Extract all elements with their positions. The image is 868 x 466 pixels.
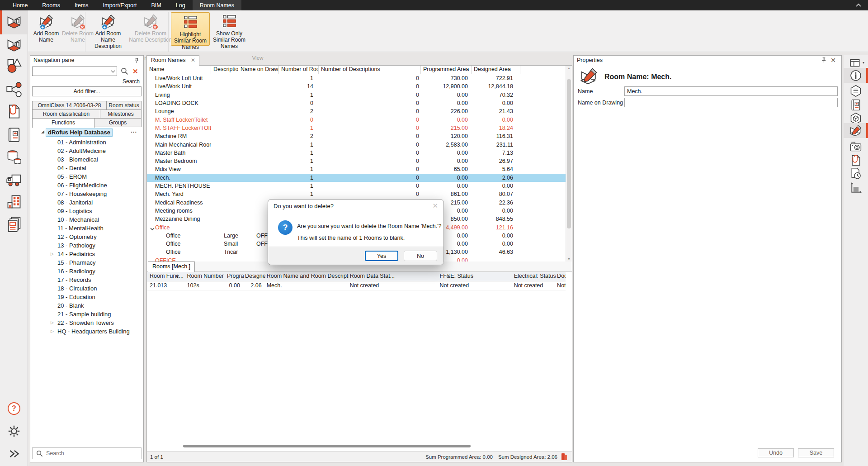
- room-name-row[interactable]: MECH. PENTHOUSE100.000.00: [147, 182, 566, 190]
- room-name-row[interactable]: M. Staff Locker/Toilet000.000.00: [147, 116, 566, 124]
- room-name-row[interactable]: LOADING DOCK000.000.00: [147, 99, 566, 107]
- hscrollbar-thumb[interactable]: [183, 445, 471, 447]
- tree-item[interactable]: 07 - Housekeeping: [30, 190, 143, 198]
- pin-icon[interactable]: [821, 57, 827, 63]
- help-icon[interactable]: ?: [8, 402, 20, 415]
- tree-item[interactable]: 06 - FlightMedicine: [30, 181, 143, 190]
- buildings-icon[interactable]: [6, 194, 22, 210]
- tree-item[interactable]: ▷14 - Pediatrics: [30, 250, 143, 258]
- show-only-similar-room-names-button[interactable]: Show Only Similar Room Names: [210, 12, 249, 55]
- tree-item[interactable]: 21 - Sample building: [30, 310, 143, 319]
- room-name-row[interactable]: Mech.100.002.06: [147, 174, 566, 182]
- col-description[interactable]: Description: [211, 66, 238, 74]
- collapse-ribbon-icon[interactable]: [855, 2, 862, 9]
- collapse-arrow-icon[interactable]: ◢: [41, 129, 44, 134]
- tree-item[interactable]: 12 - Optometry: [30, 233, 143, 241]
- expand-sidebar-icon[interactable]: [8, 447, 20, 460]
- no-button[interactable]: No: [404, 251, 437, 261]
- clear-search-icon[interactable]: ✕: [132, 67, 138, 76]
- rooms-col-header[interactable]: Electrical: Status: [513, 272, 556, 281]
- items-icon[interactable]: [6, 57, 22, 74]
- horizontal-scrollbar[interactable]: [147, 444, 566, 448]
- sort-descending-icon[interactable]: ▼: [176, 274, 179, 278]
- menu-bim[interactable]: BIM: [144, 0, 169, 10]
- chevron-down-icon[interactable]: ▾: [863, 61, 864, 65]
- highlight-similar-room-names-button[interactable]: Highlight Similar Room Names: [171, 12, 210, 46]
- tree-item[interactable]: 13 - Pathology: [30, 241, 143, 250]
- tree-item[interactable]: 05 - EROM: [30, 172, 143, 181]
- room-name-row[interactable]: Main Mechanical Room102,583.00231.11: [147, 140, 566, 148]
- tree-item[interactable]: 20 - Blank: [30, 301, 143, 310]
- room-name-row[interactable]: Mdis View1065.005.64: [147, 165, 566, 173]
- database-icon[interactable]: [6, 149, 22, 166]
- tree-item[interactable]: 08 - Janitorial: [30, 198, 143, 207]
- close-tab-icon[interactable]: ✕: [191, 57, 195, 63]
- rooms-col-header[interactable]: Room Number: [186, 272, 226, 281]
- room-name-row[interactable]: Master Bath100.007.13: [147, 149, 566, 157]
- tab-omniclass[interactable]: OmniClass 14 2006-03-28: [32, 101, 107, 110]
- rooms-col-header[interactable]: Progra...: [226, 272, 244, 281]
- tab-functions[interactable]: Functions: [32, 118, 94, 128]
- photo-icon[interactable]: [849, 140, 862, 153]
- menu-rooms[interactable]: Rooms: [35, 0, 67, 10]
- room-name-row[interactable]: Master Bedroom100.0026.97: [147, 157, 566, 165]
- pin-icon[interactable]: [134, 58, 140, 64]
- tree-item[interactable]: 16 - Radiology: [30, 267, 143, 276]
- tree-item[interactable]: ▷HQ - Headquarters Building: [30, 327, 143, 336]
- room-name-row[interactable]: Machine RM20120.00116.31: [147, 132, 566, 140]
- rooms-col-header[interactable]: Room Data Stat...: [349, 272, 439, 281]
- undo-button[interactable]: Undo: [758, 448, 794, 457]
- menu-home[interactable]: Home: [5, 0, 35, 10]
- document-hex-icon[interactable]: [849, 85, 862, 97]
- tree-filter-input[interactable]: [46, 449, 127, 457]
- yes-button[interactable]: Yes: [365, 251, 398, 261]
- settings-gear-icon[interactable]: [7, 424, 21, 438]
- name-on-drawing-field[interactable]: [624, 98, 838, 107]
- rooms-mech-tab[interactable]: Rooms [Mech.]: [148, 262, 195, 272]
- room-names-document-tab[interactable]: Room Names ✕: [146, 55, 199, 66]
- info-icon[interactable]: [849, 69, 862, 82]
- expand-arrow-icon[interactable]: ▷: [51, 319, 54, 327]
- search-link[interactable]: Search: [123, 78, 140, 85]
- menu-import-export[interactable]: Import/Export: [96, 0, 144, 10]
- tree-item[interactable]: 17 - Records: [30, 276, 143, 284]
- name-field[interactable]: [624, 86, 838, 96]
- navigation-search-input[interactable]: [32, 67, 117, 76]
- item-connections-icon[interactable]: [6, 81, 22, 98]
- tree-item[interactable]: 15 - Pharmacy: [30, 258, 143, 267]
- tree-item[interactable]: 11 - MentalHealth: [30, 224, 143, 233]
- rooms-col-header[interactable]: Designe...: [244, 272, 265, 281]
- attachment-icon[interactable]: [849, 154, 862, 166]
- col-programmed-area[interactable]: Programmed Area: [421, 66, 472, 74]
- room-name-row[interactable]: Mech. Yard10861.0080.07: [147, 190, 566, 198]
- tree-item[interactable]: 18 - Circulation: [30, 284, 143, 293]
- expand-arrow-icon[interactable]: ▷: [51, 250, 54, 258]
- vertical-scrollbar[interactable]: ▲ ▼: [566, 66, 572, 262]
- col-number-of-rooms[interactable]: Number of Rooms: [279, 66, 319, 74]
- tab-milestones[interactable]: Milestones: [100, 109, 142, 119]
- save-button[interactable]: Save: [798, 448, 834, 457]
- room-name-row[interactable]: Living100.0070.32: [147, 91, 566, 99]
- menu-room-names[interactable]: Room Names: [193, 0, 241, 10]
- menu-items[interactable]: Items: [67, 0, 96, 10]
- room-name-row[interactable]: Live/Work Unit14012,900.0012,844.18: [147, 82, 566, 90]
- dialog-close-icon[interactable]: ✕: [432, 202, 438, 210]
- rooms-col-header[interactable]: Room Name and Room Description: [265, 272, 349, 281]
- bim-book-icon[interactable]: [849, 99, 862, 111]
- search-icon[interactable]: [121, 67, 128, 75]
- menu-log[interactable]: Log: [169, 0, 193, 10]
- close-panel-icon[interactable]: ✕: [830, 57, 836, 64]
- rooms-col-header[interactable]: FF&E: Status: [439, 272, 513, 281]
- rooms-table-row[interactable]: 21.013102s0.002.06Mech.Not createdNot cr…: [147, 281, 566, 290]
- tree-item[interactable]: 10 - Mechanical: [30, 215, 143, 224]
- tab-room-status[interactable]: Room status: [106, 101, 142, 110]
- col-name-on-drawing[interactable]: Name on Drawing: [238, 66, 279, 74]
- tree-root[interactable]: ◢ dRofus Help Database ...: [30, 128, 143, 138]
- logistics-icon[interactable]: [6, 172, 22, 188]
- reports-icon[interactable]: [6, 216, 22, 233]
- tab-room-classification[interactable]: Room classification: [32, 109, 100, 119]
- chart-icon[interactable]: [849, 182, 862, 195]
- tree-root-label[interactable]: dRofus Help Database: [46, 128, 113, 137]
- bim-models-icon[interactable]: [6, 127, 22, 143]
- rooms-col-header[interactable]: Room Func...▼: [148, 272, 186, 281]
